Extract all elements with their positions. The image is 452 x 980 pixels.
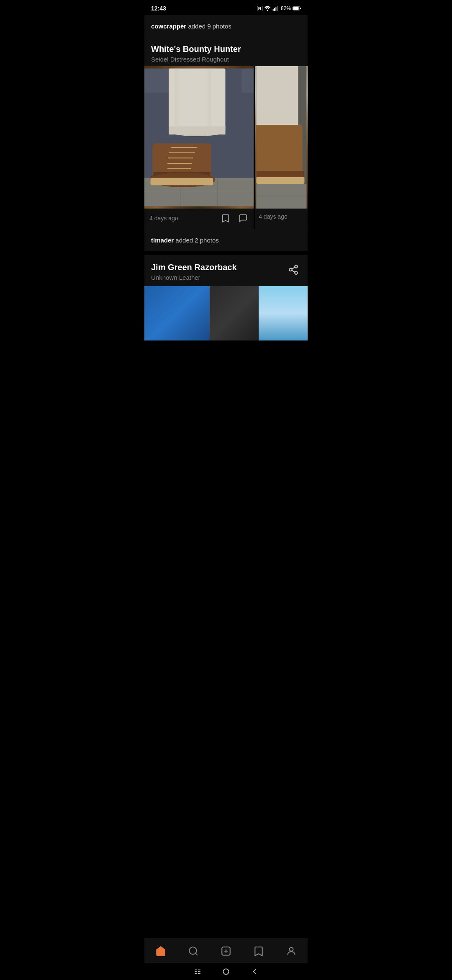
svg-rect-3 xyxy=(275,7,276,11)
comment-button[interactable] xyxy=(238,213,249,224)
svg-rect-15 xyxy=(175,69,179,132)
comment-icon xyxy=(239,214,248,223)
share-button[interactable] xyxy=(286,262,301,277)
jim-photo-1 xyxy=(144,286,210,340)
boot-photo-left-col: 4 days ago xyxy=(144,66,255,229)
svg-rect-4 xyxy=(277,6,278,11)
share-icon xyxy=(288,264,299,275)
svg-rect-2 xyxy=(274,8,275,11)
boot-photo-left[interactable] xyxy=(144,66,254,209)
svg-point-0 xyxy=(267,10,268,11)
bottom-activity-user: tlmader xyxy=(151,237,174,244)
photo-meta-left: 4 days ago xyxy=(144,209,254,229)
jim-photo-2 xyxy=(210,286,259,340)
svg-rect-7 xyxy=(293,7,299,10)
jim-card-info: Jim Green Razorback Unknown Leather xyxy=(151,262,286,281)
svg-rect-27 xyxy=(151,178,213,185)
svg-line-46 xyxy=(292,267,295,269)
status-icons: N 82% xyxy=(257,5,301,12)
boot-left-svg xyxy=(144,66,254,209)
nfc-icon: N xyxy=(257,6,262,11)
svg-line-45 xyxy=(292,271,295,272)
svg-rect-6 xyxy=(300,8,301,9)
svg-rect-39 xyxy=(257,177,305,184)
signal-icon xyxy=(272,5,279,12)
top-activity-user: cowcrapper xyxy=(151,23,186,30)
svg-rect-18 xyxy=(169,126,225,134)
svg-rect-13 xyxy=(241,69,254,93)
svg-point-42 xyxy=(295,265,298,268)
boot-card-title[interactable]: White's Bounty Hunter xyxy=(151,44,301,54)
svg-rect-36 xyxy=(257,66,298,125)
bookmark-icon xyxy=(221,214,230,223)
boot-right-svg xyxy=(255,66,308,209)
svg-rect-38 xyxy=(257,171,305,177)
jim-photo-strip[interactable] xyxy=(144,286,308,340)
boot-post-card: White's Bounty Hunter Seidel Distressed … xyxy=(144,37,308,251)
status-time: 12:43 xyxy=(151,5,166,12)
top-activity-notice: cowcrapper added 9 photos xyxy=(144,15,308,37)
boot-photo-right-col: 4 days ago xyxy=(255,66,308,229)
boot-card-subtitle: Seidel Distressed Roughout xyxy=(151,56,301,63)
jim-card-header: Jim Green Razorback Unknown Leather xyxy=(144,255,308,286)
jim-card-title[interactable]: Jim Green Razorback xyxy=(151,262,286,272)
battery-text: 82% xyxy=(281,5,291,11)
jim-photo-3 xyxy=(259,286,308,340)
photo-row: 4 days ago xyxy=(144,66,308,229)
boot-card-header: White's Bounty Hunter Seidel Distressed … xyxy=(144,37,308,66)
bottom-activity-notice: tlmader added 2 photos xyxy=(144,229,308,251)
jim-green-card: Jim Green Razorback Unknown Leather xyxy=(144,255,308,340)
bottom-activity-action: added 2 photos xyxy=(175,237,218,244)
photo-actions xyxy=(220,213,249,224)
svg-rect-16 xyxy=(207,69,211,132)
photo-timestamp-right: 4 days ago xyxy=(259,213,288,220)
svg-point-44 xyxy=(295,271,298,274)
battery-icon xyxy=(293,6,301,11)
svg-point-43 xyxy=(289,268,292,271)
bookmark-button[interactable] xyxy=(220,213,231,224)
svg-rect-1 xyxy=(273,9,274,11)
photo-timestamp-left: 4 days ago xyxy=(149,215,178,222)
boot-photo-right[interactable] xyxy=(255,66,308,209)
jim-card-subtitle: Unknown Leather xyxy=(151,274,286,281)
wifi-icon xyxy=(264,5,271,12)
feed-container: cowcrapper added 9 photos White's Bounty… xyxy=(144,15,308,340)
svg-rect-9 xyxy=(144,69,169,93)
top-activity-action: added 9 photos xyxy=(188,23,231,30)
status-bar: 12:43 N 82% xyxy=(144,0,308,15)
photo-meta-right: 4 days ago xyxy=(255,209,308,225)
